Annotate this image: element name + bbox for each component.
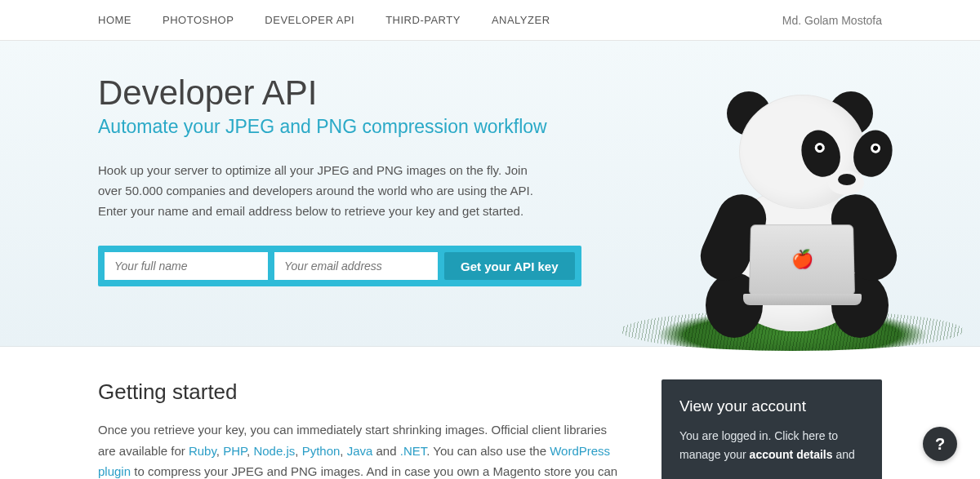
apple-logo-icon: 🍎 [791,249,813,270]
signup-form: Get your API key [98,246,581,286]
full-name-input[interactable] [105,252,268,280]
lib-link-dotnet[interactable]: .NET [400,444,427,458]
nav-photoshop[interactable]: PHOTOSHOP [163,14,234,26]
page-title: Developer API [98,73,882,113]
nav-third-party[interactable]: THIRD-PARTY [385,14,461,26]
account-card-text: You are logged in. Click here to manage … [679,427,864,464]
lib-link-java[interactable]: Java [347,444,373,458]
lib-link-ruby[interactable]: Ruby [189,444,216,458]
getting-started-heading: Getting started [98,379,629,405]
email-input[interactable] [274,252,438,280]
page-subtitle: Automate your JPEG and PNG compression w… [98,116,882,138]
hero-section: Developer API Automate your JPEG and PNG… [0,41,980,347]
lib-link-node[interactable]: Node.js [253,444,295,458]
get-api-key-button[interactable]: Get your API key [444,252,575,280]
help-button[interactable]: ? [923,427,957,461]
user-name[interactable]: Md. Golam Mostofa [782,14,882,27]
nav-developer-api[interactable]: DEVELOPER API [265,14,354,26]
lib-link-python[interactable]: Python [302,444,341,458]
nav-home[interactable]: HOME [98,14,131,26]
getting-started-text: Once you retrieve your key, you can imme… [98,419,621,479]
lib-link-php[interactable]: PHP [223,444,247,458]
content-section: Getting started Once you retrieve your k… [0,347,980,479]
account-card-heading: View your account [679,397,864,415]
laptop-icon: 🍎 [743,224,862,305]
hero-blurb: Hook up your server to optimize all your… [98,161,539,221]
top-nav: HOME PHOTOSHOP DEVELOPER API THIRD-PARTY… [0,0,980,41]
nav-analyzer[interactable]: ANALYZER [492,14,550,26]
account-card[interactable]: View your account You are logged in. Cli… [662,379,882,479]
